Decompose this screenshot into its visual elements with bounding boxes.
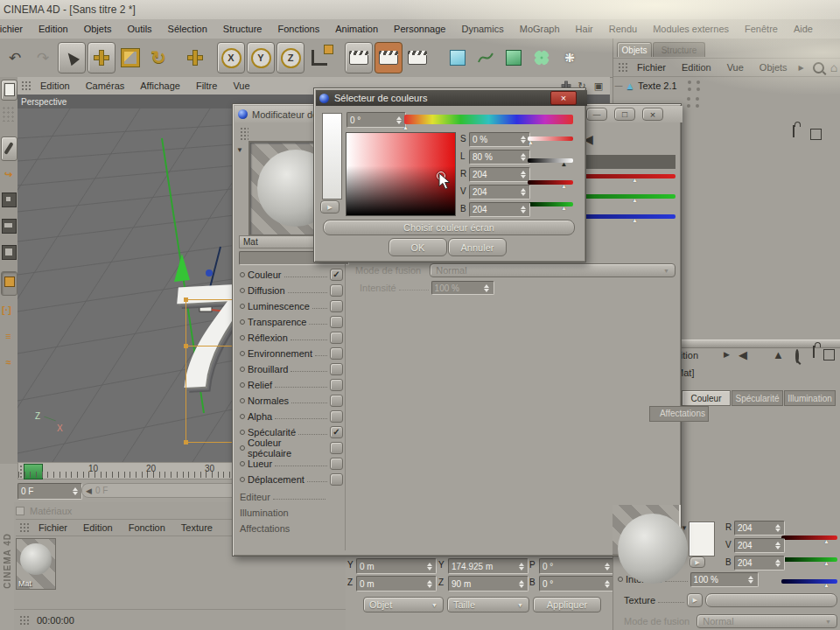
coordinate-system-button[interactable] xyxy=(306,43,332,73)
menu-rendu[interactable]: Rendu xyxy=(601,21,645,37)
editor-intensity-field[interactable]: 100 % xyxy=(431,281,494,295)
checkbox[interactable] xyxy=(330,363,343,375)
menu-overflow-icon[interactable] xyxy=(724,350,730,359)
menu-aide[interactable]: Aide xyxy=(786,21,821,37)
live-selection-tool[interactable] xyxy=(58,42,86,74)
lock-z-axis-button[interactable]: Z xyxy=(276,42,304,74)
objects-menu-vue[interactable]: Vue xyxy=(720,60,751,74)
spinner-icon[interactable] xyxy=(747,573,755,586)
color-picker-titlebar[interactable]: Sélecteur de couleurs xyxy=(316,90,587,106)
parent-object-icon[interactable] xyxy=(773,348,784,361)
rot-p-field[interactable]: 0 ° xyxy=(539,558,614,574)
channel-row-lueur[interactable]: Lueur xyxy=(240,457,343,471)
checkbox[interactable] xyxy=(330,395,343,407)
tab-couleur[interactable]: Couleur xyxy=(682,390,731,406)
search-icon[interactable] xyxy=(813,62,824,74)
new-window-icon[interactable] xyxy=(823,349,835,360)
last-tool[interactable] xyxy=(182,43,208,73)
close-button[interactable] xyxy=(642,108,663,121)
slider-marker-icon[interactable]: ▲ xyxy=(632,177,638,183)
slider-marker-icon[interactable]: ▲ xyxy=(632,197,638,203)
checkbox-checked[interactable]: ✓ xyxy=(330,269,343,281)
menu-fonctions[interactable]: Fonctions xyxy=(270,21,327,37)
v-slider[interactable]: ▲ xyxy=(781,557,837,562)
spinner-icon[interactable] xyxy=(603,577,611,591)
visibility-dots-icon[interactable] xyxy=(688,80,704,92)
history-back-icon[interactable] xyxy=(738,348,747,361)
render-picture-viewer-button[interactable] xyxy=(374,42,402,74)
menu-modules-externes[interactable]: Modules externes xyxy=(645,21,737,37)
object-tree-label[interactable]: Texte 2.1 xyxy=(638,80,677,91)
materials-menu-texture[interactable]: Texture xyxy=(174,521,220,535)
slider-marker-icon[interactable]: ▲ xyxy=(561,161,567,167)
spinner-icon[interactable] xyxy=(517,559,525,573)
texture-axis-mode-button[interactable]: [·] xyxy=(2,303,15,317)
channel-row-deplacement[interactable]: Déplacement xyxy=(240,472,343,486)
channel-row-relief[interactable]: Relief xyxy=(240,378,343,392)
checkbox[interactable] xyxy=(330,473,343,486)
editor-blend-dropdown[interactable]: Normal xyxy=(430,263,676,277)
materials-menu-fonction[interactable]: Fonction xyxy=(122,521,172,535)
viewport-menu-vue[interactable]: Vue xyxy=(226,79,256,93)
texture-browse-button[interactable] xyxy=(687,593,703,607)
checkbox[interactable] xyxy=(330,410,343,423)
viewport-menu-affichage[interactable]: Affichage xyxy=(133,79,187,93)
checkbox[interactable] xyxy=(330,332,343,344)
lock-y-axis-button[interactable]: Y xyxy=(247,42,275,74)
menu-personnage[interactable]: Personnage xyxy=(386,21,453,37)
hue-slider[interactable] xyxy=(404,115,573,124)
pos-y-field[interactable]: 0 m xyxy=(356,558,437,574)
slider-marker-icon[interactable]: ▲ xyxy=(632,217,638,223)
make-editable-button[interactable] xyxy=(1,80,18,101)
channel-row-normales[interactable]: Normales xyxy=(240,394,343,408)
objects-menu-objets[interactable]: Objets xyxy=(752,60,794,74)
polygons-mode-button[interactable] xyxy=(2,245,17,260)
materials-menu-fichier[interactable]: Fichier xyxy=(32,521,74,535)
s-slider[interactable]: ▲ xyxy=(528,136,573,141)
maximize-view-icon[interactable] xyxy=(591,80,606,92)
tab-specularite[interactable]: Spécularité xyxy=(732,390,783,406)
spinner-icon[interactable] xyxy=(425,577,433,591)
texture-mode-button[interactable] xyxy=(1,271,18,296)
menu-structure[interactable]: Structure xyxy=(215,21,270,37)
slider-marker-icon[interactable]: ▲ xyxy=(823,560,830,566)
r-field[interactable]: 204 xyxy=(734,521,785,536)
objects-menu-edition[interactable]: Edition xyxy=(675,60,718,74)
lock-x-axis-button[interactable]: X xyxy=(217,42,245,74)
drag-grip-icon[interactable] xyxy=(19,615,30,626)
materials-menu-edition[interactable]: Edition xyxy=(76,521,120,535)
coords-size-dropdown[interactable]: Taille xyxy=(447,597,529,612)
channel-row-brouillard[interactable]: Brouillard xyxy=(240,362,343,376)
object-axis-mode-button[interactable] xyxy=(2,329,15,343)
checkbox[interactable] xyxy=(330,300,343,312)
mirror-tool-button[interactable] xyxy=(1,166,16,182)
spinner-icon[interactable] xyxy=(774,539,781,552)
cancel-button[interactable]: Annuler xyxy=(448,238,507,256)
render-settings-button[interactable] xyxy=(404,43,430,73)
channel-row-affectations[interactable]: Affectations xyxy=(240,522,343,536)
viewport-menu-filtre[interactable]: Filtre xyxy=(189,79,224,93)
viewport-menu-edition[interactable]: Edition xyxy=(33,79,77,93)
channel-row-transparence[interactable]: Transparence xyxy=(240,315,343,329)
model-mode-button[interactable] xyxy=(2,106,15,122)
channel-row-reflexion[interactable]: Réflexion xyxy=(240,331,343,345)
menu-hair[interactable]: Hair xyxy=(568,21,601,37)
checkbox[interactable] xyxy=(330,284,343,297)
texture-path-field[interactable] xyxy=(705,593,837,607)
intensity-field[interactable]: 100 % xyxy=(690,572,759,587)
spinner-icon[interactable] xyxy=(483,282,491,294)
add-deformer-button[interactable] xyxy=(528,43,555,73)
checkbox[interactable] xyxy=(330,379,343,391)
spinner-icon[interactable] xyxy=(519,150,527,164)
menu-mograph[interactable]: MoGraph xyxy=(512,21,568,37)
add-generator-button[interactable] xyxy=(500,43,527,73)
color-swatch[interactable] xyxy=(689,522,715,556)
drag-grip-icon[interactable] xyxy=(21,80,32,91)
channel-row-couleur-speculaire[interactable]: Couleur spéculaire xyxy=(240,441,343,455)
slider-marker-icon[interactable]: ▲ xyxy=(561,205,567,211)
points-mode-button[interactable] xyxy=(2,192,17,207)
size-y-field[interactable]: 174.925 m xyxy=(448,558,528,574)
render-view-button[interactable] xyxy=(345,42,373,74)
checkbox[interactable] xyxy=(330,347,343,360)
drag-grip-icon[interactable] xyxy=(240,127,248,141)
